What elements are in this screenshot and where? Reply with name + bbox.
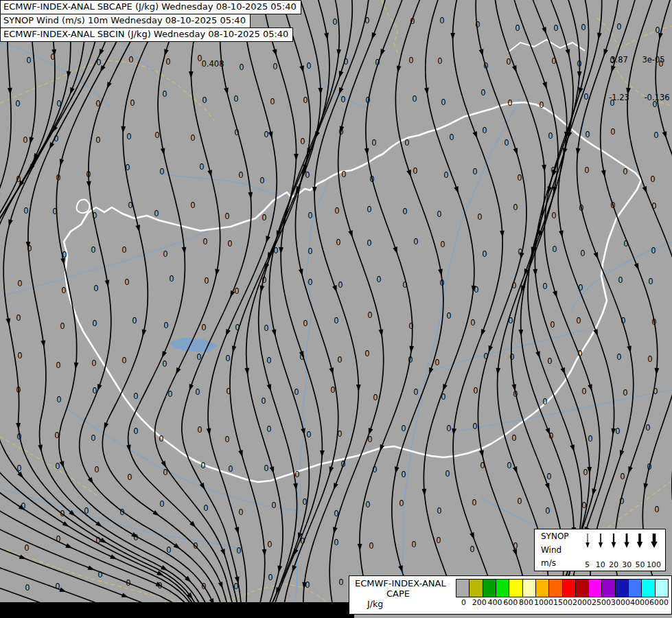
grid-value-label: 0 <box>472 167 477 176</box>
grid-value-label: 0 <box>163 321 168 330</box>
grid-value-label: 0 <box>511 281 516 290</box>
grid-value-label: 0 <box>585 130 590 139</box>
grid-value-label: 0 <box>239 62 244 72</box>
grid-value-label: 0 <box>439 278 444 288</box>
cape-value-label: 3000 <box>611 599 630 607</box>
grid-value-label: 0 <box>581 501 586 510</box>
grid-value-label: 0 <box>299 352 304 362</box>
cape-legend: ECMWF-INDEX-ANAL CAPE J/kg 0200400600800… <box>349 575 672 615</box>
grid-value-label: 0 <box>56 395 61 404</box>
grid-value-label: 0 <box>508 316 513 325</box>
grid-value-label: 0 <box>653 130 658 140</box>
grid-value-label: 0 <box>199 162 204 172</box>
grid-value-label: 0 <box>480 88 485 98</box>
grid-value-label: 0 <box>167 389 172 399</box>
grid-value-label: 0 <box>376 275 381 284</box>
grid-value-label: 0 <box>96 58 101 67</box>
grid-value-label: 0 <box>413 237 418 247</box>
grid-value-label: 0 <box>365 95 370 105</box>
grid-value-label: 0 <box>60 509 65 518</box>
grid-value-label: 0 <box>623 239 628 249</box>
grid-value-label: 0 <box>94 465 99 474</box>
grid-value-label: 0 <box>268 573 273 582</box>
grid-value-label: 0 <box>127 472 132 482</box>
grid-value-label: 0 <box>133 533 138 542</box>
grid-value-label: 0 <box>441 392 445 402</box>
grid-value-label: 0 <box>159 167 164 176</box>
grid-value-label: 0 <box>483 352 488 361</box>
grid-value-label: 0 <box>264 130 268 139</box>
grid-value-label: 0 <box>364 16 369 25</box>
grid-value-label: 0 <box>86 170 91 179</box>
grid-value-label: 0 <box>579 203 583 213</box>
grid-value-label: 0 <box>551 56 556 66</box>
grid-value-label: 0 <box>204 276 209 286</box>
grid-value-label: 0 <box>266 356 271 365</box>
grid-value-label: 0 <box>401 470 406 479</box>
grid-value-label: 0 <box>262 275 266 285</box>
grid-value-label: 0 <box>133 391 138 401</box>
grid-value-label: 0 <box>513 389 518 399</box>
grid-value-label: 0 <box>551 165 555 175</box>
grid-value-label: 0 <box>267 540 272 549</box>
grid-value-label: 0 <box>445 469 450 479</box>
grid-value-label: 0 <box>238 170 243 180</box>
grid-value-label: 0 <box>154 209 159 218</box>
grid-value-label: 0 <box>402 280 407 290</box>
grid-value-label: 0 <box>610 201 615 210</box>
cape-value-label: 1000 <box>534 599 553 607</box>
grid-value-label: 0 <box>266 424 271 434</box>
grid-value-label: 0 <box>338 280 343 290</box>
grid-value-label: 0 <box>408 355 413 365</box>
grid-value-label: 0 <box>401 424 406 433</box>
grid-value-label: 0 <box>233 582 238 591</box>
grid-value-label: 0 <box>190 133 195 143</box>
grid-value-label: 0 <box>651 201 656 211</box>
grid-value-label: 0 <box>651 246 656 255</box>
grid-value-label: 0 <box>24 543 29 553</box>
cape-color-swatch <box>629 580 642 597</box>
grid-value-label: 0 <box>337 355 342 365</box>
cape-value-label: 4000 <box>630 599 649 607</box>
grid-value-label: 0 <box>132 316 137 325</box>
grid-value-label: 0 <box>437 506 441 516</box>
cape-value-label: 200 <box>472 599 487 607</box>
grid-value-label: 0 <box>552 244 557 254</box>
grid-value-label: 0 <box>203 503 208 513</box>
map-title-block: ECMWF-INDEX-ANAL SBCAPE (J/kg) Wednesday… <box>0 0 301 42</box>
grid-value-label: 0 <box>236 546 241 556</box>
grid-value-label: 0 <box>157 581 162 591</box>
grid-value-label: 0 <box>197 425 202 435</box>
special-value-label: -0.136 <box>644 93 669 102</box>
grid-value-label: 0 <box>334 509 338 518</box>
grid-value-label: 0 <box>95 536 100 545</box>
grid-value-label: 0 <box>482 249 487 259</box>
grid-value-label: 0 <box>440 240 445 249</box>
grid-value-label: 0 <box>16 464 21 473</box>
grid-value-label: 0 <box>411 540 416 549</box>
special-value-label: 3e-05 <box>642 55 664 65</box>
grid-value-label: 0 <box>517 173 522 183</box>
grid-value-label: 0 <box>169 274 174 284</box>
grid-value-label: 0 <box>583 92 588 102</box>
cape-value-label: 1500 <box>553 599 572 607</box>
grid-value-label: 0 <box>412 94 417 104</box>
cape-color-swatch <box>523 580 536 597</box>
cape-value-label: 0 <box>456 599 472 607</box>
grid-value-label: 0 <box>193 541 198 551</box>
grid-value-label: 0 <box>446 311 451 321</box>
grid-value-label: 0 <box>126 578 130 588</box>
cape-legend-subtitle: CAPE <box>355 588 441 599</box>
cape-color-swatch <box>563 580 576 597</box>
grid-value-label: 0 <box>308 247 312 256</box>
bottom-black-bar <box>0 602 354 618</box>
grid-value-label: 0 <box>399 499 404 508</box>
grid-value-label: 0 <box>439 16 444 25</box>
grid-value-label: 0 <box>234 128 239 137</box>
grid-value-label: 0 <box>647 462 651 472</box>
grid-value-label: 0 <box>480 461 485 470</box>
grid-value-label: 0 <box>367 238 371 248</box>
grid-value-label: 0 <box>262 213 266 222</box>
grid-value-label: 0 <box>408 56 413 65</box>
grid-value-label: 0 <box>473 386 478 396</box>
